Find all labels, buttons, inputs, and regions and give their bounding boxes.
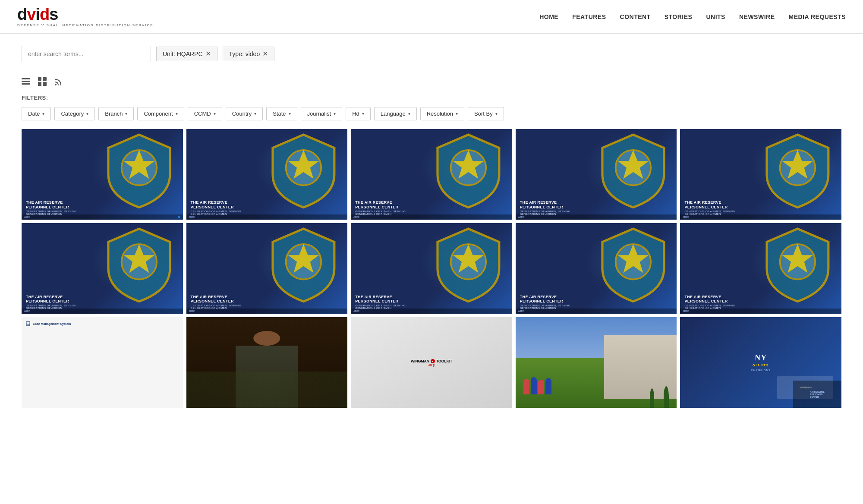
filter-tag-type[interactable]: Type: video ✕ (223, 47, 275, 61)
giants-label: GIANTS (753, 364, 769, 367)
arpc-subtitle: GENERATIONS OF AIRMEN, SERVINGGENERATION… (26, 210, 76, 215)
filter-hd-chevron: ▾ (362, 111, 364, 116)
shield-emblem-icon (428, 132, 509, 210)
champions-label: CHAMPIONS (751, 369, 771, 372)
wingman-icon: ● (431, 359, 435, 363)
arpc-subtitle: GENERATIONS OF AIRMEN, SERVINGGENERATION… (191, 210, 241, 215)
arpc-title: THE AIR RESERVEPERSONNEL CENTER (520, 200, 570, 209)
wingman-toolkit-label2: TOOLKIT (436, 359, 452, 363)
arpc-title: THE AIR RESERVEPERSONNEL CENTER (520, 295, 570, 304)
video-thumb-3-3[interactable]: WINGMAN ● TOOLKIT .org (351, 317, 512, 408)
arpc-subtitle: GENERATIONS OF AIRMEN, SERVINGGENERATION… (26, 304, 76, 309)
view-controls (0, 71, 863, 92)
logo[interactable]: dvids Defense Visual Information Distrib… (17, 6, 154, 27)
logo-full-name: Defense Visual Information Distribution … (17, 23, 154, 27)
video-thumb-3-4[interactable] (516, 317, 677, 408)
arpc-subtitle: GENERATIONS OF AIRMEN, SERVINGGENERATION… (355, 304, 406, 309)
svg-rect-3 (38, 77, 41, 81)
arpc-title: THE AIR RESERVEPERSONNEL CENTER (684, 295, 735, 304)
filter-branch[interactable]: Branch ▾ (98, 107, 134, 120)
shield-emblem-icon (263, 132, 344, 210)
filter-dropdowns: Date ▾ Category ▾ Branch ▾ Component ▾ C… (22, 107, 841, 120)
search-input[interactable] (22, 46, 151, 62)
shield-emblem-icon (757, 227, 838, 304)
filter-tag-unit[interactable]: Unit: HQARPC ✕ (156, 47, 217, 61)
wingman-toolkit-label: WINGMAN (411, 359, 429, 363)
arpc-subtitle: GENERATIONS OF AIRMEN, SERVINGGENERATION… (355, 210, 406, 215)
video-thumb-3-2[interactable] (186, 317, 348, 408)
nav-media-requests[interactable]: MEDIA REQUESTS (789, 13, 846, 20)
video-thumb-1-5[interactable]: THE AIR RESERVEPERSONNEL CENTER GENERATI… (680, 129, 841, 220)
arpc-subtitle: GENERATIONS OF AIRMEN, SERVINGGENERATION… (684, 304, 735, 309)
svg-rect-4 (43, 77, 47, 81)
filter-component[interactable]: Component ▾ (137, 107, 184, 120)
filter-date-label: Date (28, 110, 40, 117)
nav-content[interactable]: CONTENT (620, 13, 651, 20)
filter-component-label: Component (144, 110, 173, 117)
video-thumb-3-1[interactable]: Case Management System (22, 317, 183, 408)
video-thumb-2-4[interactable]: THE AIR RESERVEPERSONNEL CENTER GENERATI… (516, 223, 677, 314)
filter-date[interactable]: Date ▾ (22, 107, 51, 120)
rss-icon[interactable] (54, 77, 63, 86)
nav-features[interactable]: FEATURES (572, 13, 606, 20)
filter-category-chevron: ▾ (86, 111, 88, 116)
filters-bar: FILTERS: Date ▾ Category ▾ Branch ▾ Comp… (0, 92, 863, 129)
nav-home[interactable]: HOME (539, 13, 558, 20)
video-thumb-2-2[interactable]: THE AIR RESERVEPERSONNEL CENTER GENERATI… (186, 223, 348, 314)
filter-resolution-label: Resolution (427, 110, 453, 117)
filters-label: FILTERS: (22, 94, 841, 101)
filter-hd[interactable]: Hd ▾ (346, 107, 371, 120)
filter-category[interactable]: Category ▾ (54, 107, 95, 120)
shield-emblem-icon (593, 227, 674, 304)
video-thumb-2-3[interactable]: THE AIR RESERVEPERSONNEL CENTER GENERATI… (351, 223, 512, 314)
svg-rect-29 (27, 324, 30, 324)
filter-ccmd-label: CCMD (194, 110, 211, 117)
video-thumb-1-2[interactable]: THE AIR RESERVEPERSONNEL CENTER GENERATI… (186, 129, 348, 220)
video-thumb-1-1[interactable]: THE AIR RESERVEPERSONNEL CENTER GENERATI… (22, 129, 183, 220)
filter-tag-unit-remove[interactable]: ✕ (205, 50, 211, 57)
video-thumb-1-3[interactable]: THE AIR RESERVEPERSONNEL CENTER GENERATI… (351, 129, 512, 220)
grid-view-icon[interactable] (38, 77, 47, 86)
shield-emblem-icon (593, 132, 674, 210)
arpc-title: THE AIR RESERVEPERSONNEL CENTER (191, 295, 241, 304)
filter-state-label: State (273, 110, 286, 117)
shield-emblem-icon (263, 227, 344, 304)
arpc-title: THE AIR RESERVEPERSONNEL CENTER (355, 295, 406, 304)
wingman-domain: .org (428, 363, 435, 366)
video-thumb-1-4[interactable]: THE AIR RESERVEPERSONNEL CENTER GENERATI… (516, 129, 677, 220)
svg-point-7 (55, 84, 57, 85)
filter-sort-by-label: Sort By (474, 110, 493, 117)
video-thumb-3-5[interactable]: NY GIANTS CHAMPIONS CHAMPIONS AIR RESERV… (680, 317, 841, 408)
content-area: THE AIR RESERVEPERSONNEL CENTER GENERATI… (0, 129, 863, 425)
filter-language[interactable]: Language ▾ (374, 107, 417, 120)
svg-rect-28 (27, 322, 30, 323)
arpc-subtitle: GENERATIONS OF AIRMEN, SERVINGGENERATION… (684, 210, 735, 215)
nav-newswire[interactable]: NEWSWIRE (739, 13, 775, 20)
filter-branch-label: Branch (105, 110, 123, 117)
filter-journalist-chevron: ▾ (334, 111, 336, 116)
filter-state[interactable]: State ▾ (266, 107, 297, 120)
filter-sort-by[interactable]: Sort By ▾ (468, 107, 504, 120)
filter-ccmd[interactable]: CCMD ▾ (188, 107, 222, 120)
svg-rect-1 (22, 81, 30, 82)
filter-tag-type-label: Type: video (229, 50, 260, 57)
nav-units[interactable]: UNITS (706, 13, 725, 20)
filter-language-chevron: ▾ (408, 111, 410, 116)
filter-branch-chevron: ▾ (125, 111, 127, 116)
shield-emblem-icon (99, 227, 180, 304)
arpc-subtitle: GENERATIONS OF AIRMEN, SERVINGGENERATION… (520, 304, 570, 309)
video-thumb-2-1[interactable]: THE AIR RESERVEPERSONNEL CENTER GENERATI… (22, 223, 183, 314)
shield-emblem-icon (428, 227, 509, 304)
filter-language-label: Language (381, 110, 406, 117)
filter-tag-type-remove[interactable]: ✕ (262, 50, 268, 57)
list-view-icon[interactable] (22, 77, 30, 86)
filter-country[interactable]: Country ▾ (226, 107, 263, 120)
nav-stories[interactable]: STORIES (665, 13, 693, 20)
filter-journalist[interactable]: Journalist ▾ (301, 107, 343, 120)
arpc-title: THE AIR RESERVEPERSONNEL CENTER (26, 200, 76, 209)
filter-resolution[interactable]: Resolution ▾ (420, 107, 464, 120)
navigation: dvids Defense Visual Information Distrib… (0, 0, 863, 34)
video-thumb-2-5[interactable]: THE AIR RESERVEPERSONNEL CENTER GENERATI… (680, 223, 841, 314)
filter-country-label: Country (232, 110, 252, 117)
filter-tag-unit-label: Unit: HQARPC (163, 50, 203, 57)
